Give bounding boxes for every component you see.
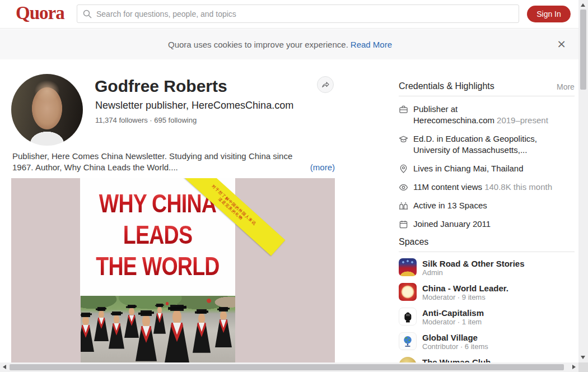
cookie-message: Quora uses cookies to improve your exper…	[0, 40, 560, 49]
briefcase-icon	[399, 105, 408, 114]
spaces-list: Silk Road & Other Stories Admin China - …	[399, 258, 575, 362]
child-figure	[94, 307, 109, 344]
silk-road-space-avatar	[399, 258, 417, 276]
profile-bio: Publisher, Here Comes China Newsletter. …	[12, 151, 335, 173]
profile-headline: Newsletter publisher, HereComesChina.com	[95, 100, 293, 111]
profile-name: Godfree Roberts	[95, 77, 227, 96]
followers-count[interactable]: 11,374 followers	[95, 116, 148, 124]
scroll-up-arrow[interactable]	[581, 3, 585, 7]
child-figure	[193, 309, 211, 356]
more-link[interactable]: (more)	[310, 162, 335, 173]
location-pin-icon	[399, 164, 408, 174]
scroll-right-arrow[interactable]	[572, 365, 576, 369]
space-item-global-village[interactable]: Global Village Contributor · 6 items	[399, 332, 575, 351]
graduation-cap-icon	[399, 134, 408, 144]
wumao-club-space-avatar	[399, 357, 417, 362]
child-figure	[153, 304, 166, 336]
space-item-china-world-leader[interactable]: China - World Leader. Moderator · 9 item…	[399, 283, 575, 302]
quora-profile-page: Quora Sign In Quora uses cookies to impr…	[0, 0, 578, 362]
share-profile-button[interactable]	[317, 76, 334, 93]
anti-capitalism-space-avatar	[399, 308, 417, 326]
eye-icon	[399, 183, 408, 192]
search-input[interactable]	[96, 10, 500, 18]
following-count[interactable]: 695 following	[154, 116, 197, 124]
space-item-silk-road[interactable]: Silk Road & Other Stories Admin	[399, 258, 575, 277]
follow-stats: 11,374 followers · 695 following	[95, 116, 197, 124]
divider	[399, 96, 575, 96]
scroll-down-arrow[interactable]	[581, 356, 585, 359]
spaces-heading: Spaces	[399, 237, 428, 247]
credential-views: 11M content views140.8K this month	[399, 178, 575, 197]
profile-avatar[interactable]	[11, 74, 83, 146]
space-item-wumao-club[interactable]: The Wumao Club	[399, 357, 575, 362]
raised-fist-icon	[401, 310, 414, 323]
global-village-space-avatar	[399, 332, 417, 350]
sign-in-button[interactable]: Sign In	[527, 6, 571, 22]
child-figure	[109, 311, 124, 352]
credential-education: Ed.D. in Education & Geopolitics, Univer…	[399, 130, 575, 160]
child-figure	[215, 307, 232, 351]
search-icon	[83, 10, 92, 18]
credentials-list: Publisher at Herecomeschina.com2019–pres…	[399, 100, 575, 234]
credential-joined: Joined January 2011	[399, 215, 575, 234]
child-figure	[165, 305, 189, 362]
calendar-icon	[399, 220, 408, 229]
globe-icon	[401, 334, 414, 348]
space-item-anti-capitalism[interactable]: Anti-Capitalism Moderator · 1 item	[399, 308, 575, 327]
credentials-heading: Credentials & Highlights	[399, 81, 494, 91]
search-bar[interactable]	[77, 4, 519, 23]
close-icon[interactable]: ×	[557, 38, 566, 50]
scroll-left-arrow[interactable]	[3, 365, 6, 369]
top-navbar: Quora Sign In	[0, 0, 578, 29]
cookie-banner: Quora uses cookies to improve your exper…	[0, 29, 578, 59]
book-cover-image[interactable]: WHY CHINA LEADS THE WORLD 对于想了解中国的外国人来说 …	[11, 178, 335, 362]
divider	[399, 252, 575, 252]
bio-line-1: Publisher, Here Comes China Newsletter. …	[12, 151, 335, 162]
read-more-link[interactable]: Read More	[351, 40, 392, 49]
vertical-scrollbar[interactable]	[578, 0, 588, 362]
credential-spaces: Active in 13 Spaces	[399, 197, 575, 215]
children-photo	[81, 296, 235, 362]
child-figure	[81, 313, 94, 355]
credential-location: Lives in Chiang Mai, Thailand	[399, 160, 575, 178]
share-arrow-icon	[321, 80, 330, 89]
quora-logo[interactable]: Quora	[16, 3, 64, 24]
vertical-scrollbar-thumb[interactable]	[580, 10, 586, 90]
bio-line-2: 1967. Author, Why China Leads the World.…	[12, 162, 178, 173]
scrollbar-corner	[578, 362, 588, 372]
horizontal-scrollbar-thumb[interactable]	[10, 364, 564, 370]
credential-employment: Publisher at Herecomeschina.com2019–pres…	[399, 100, 575, 130]
credentials-more-link[interactable]: More	[557, 82, 575, 91]
horizontal-scrollbar[interactable]	[0, 362, 578, 372]
spaces-icon	[399, 201, 408, 211]
china-world-leader-space-avatar	[399, 283, 417, 301]
